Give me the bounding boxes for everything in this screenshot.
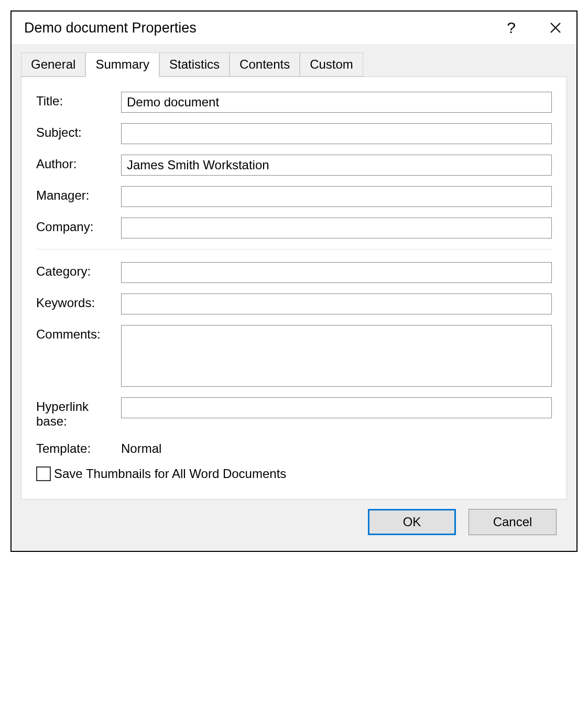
tab-panel-summary: Title: Subject: Author: Manager: Company… [21, 77, 567, 499]
ok-button[interactable]: OK [368, 509, 456, 535]
input-hyperlink-base[interactable] [121, 397, 552, 418]
label-comments: Comments: [36, 325, 121, 342]
tab-custom[interactable]: Custom [300, 52, 363, 77]
input-subject[interactable] [121, 123, 552, 144]
row-author: Author: [36, 155, 552, 176]
properties-dialog: Demo document Properties ? General Summa… [10, 10, 578, 552]
input-keywords[interactable] [121, 294, 552, 314]
row-subject: Subject: [36, 123, 552, 144]
tab-contents[interactable]: Contents [230, 52, 300, 77]
titlebar: Demo document Properties ? [12, 12, 576, 44]
label-category: Category: [36, 262, 121, 279]
titlebar-buttons: ? [503, 19, 566, 37]
row-category: Category: [36, 262, 552, 283]
divider [36, 249, 552, 249]
tab-summary[interactable]: Summary [85, 52, 159, 77]
label-save-thumbnails: Save Thumbnails for All Word Documents [54, 466, 286, 481]
input-author[interactable] [121, 155, 552, 176]
row-keywords: Keywords: [36, 294, 552, 314]
label-manager: Manager: [36, 186, 121, 203]
value-template: Normal [121, 439, 161, 456]
row-manager: Manager: [36, 186, 552, 207]
tab-general[interactable]: General [21, 52, 85, 77]
label-company: Company: [36, 218, 121, 234]
label-hyperlink-base: Hyperlink base: [36, 397, 121, 429]
label-author: Author: [36, 155, 121, 171]
close-button[interactable] [545, 21, 566, 34]
row-hyperlink-base: Hyperlink base: [36, 397, 552, 429]
label-keywords: Keywords: [36, 294, 121, 310]
row-template: Template: Normal [36, 439, 552, 456]
input-manager[interactable] [121, 186, 552, 207]
label-template: Template: [36, 439, 121, 456]
close-icon [549, 21, 562, 34]
checkbox-save-thumbnails[interactable] [36, 466, 51, 481]
tab-statistics[interactable]: Statistics [159, 52, 230, 77]
label-title: Title: [36, 92, 121, 108]
row-save-thumbnails[interactable]: Save Thumbnails for All Word Documents [36, 466, 552, 481]
input-company[interactable] [121, 218, 552, 238]
input-comments[interactable] [121, 325, 552, 387]
dialog-title: Demo document Properties [24, 20, 503, 36]
input-category[interactable] [121, 262, 552, 283]
tab-strip: General Summary Statistics Contents Cust… [21, 52, 567, 77]
dialog-footer: OK Cancel [21, 499, 567, 547]
cancel-button[interactable]: Cancel [469, 509, 557, 535]
label-subject: Subject: [36, 123, 121, 140]
dialog-body: General Summary Statistics Contents Cust… [12, 44, 576, 551]
input-title[interactable] [121, 92, 552, 113]
help-button[interactable]: ? [503, 19, 520, 37]
row-comments: Comments: [36, 325, 552, 387]
row-title: Title: [36, 92, 552, 113]
row-company: Company: [36, 218, 552, 238]
